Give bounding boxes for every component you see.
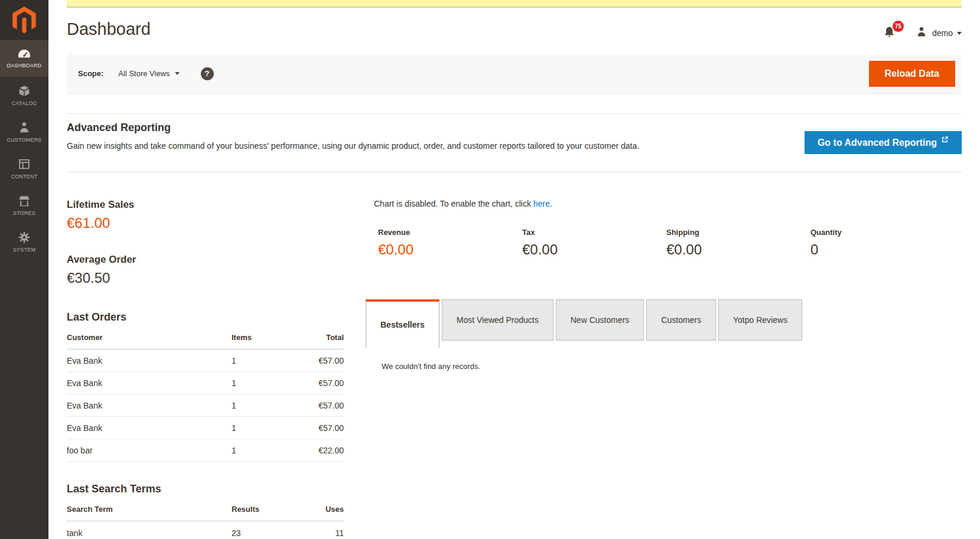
customers-icon (18, 121, 31, 134)
cell-total: €22.00 (318, 446, 344, 455)
shipping-value: €0.00 (666, 241, 810, 258)
content-icon (18, 158, 31, 171)
advanced-reporting-description: Gain new insights and take command of yo… (67, 141, 639, 151)
notifications-button[interactable]: 75 (883, 25, 896, 41)
tab-yotpo-reviews[interactable]: Yotpo Reviews (718, 299, 802, 341)
sidebar-item-catalog[interactable]: CATALOG (0, 77, 48, 113)
cell-total: €57.00 (318, 401, 344, 410)
average-order-value: €30.50 (67, 270, 344, 286)
advanced-reporting-section: Advanced Reporting Gain new insights and… (67, 114, 962, 154)
username: demo (932, 28, 953, 38)
sidebar-item-system[interactable]: SYSTEM (0, 223, 48, 260)
shipping-metric: Shipping €0.00 (666, 228, 810, 258)
cell-search-term: tank (67, 528, 232, 538)
advanced-reporting-text: Advanced Reporting Gain new insights and… (67, 122, 639, 151)
average-order-stat: Average Order €30.50 (67, 254, 344, 286)
cell-items: 1 (232, 446, 318, 455)
dashboard-left-column: Lifetime Sales €61.00 Average Order €30.… (67, 199, 344, 539)
column-header: Search Term (67, 505, 232, 514)
notification-banner (67, 0, 962, 8)
cell-results: 23 (232, 528, 335, 538)
cell-customer: Eva Bank (67, 401, 232, 410)
table-row[interactable]: tank 23 11 (67, 521, 344, 539)
table-row[interactable]: Eva Bank 1 €57.00 (67, 372, 344, 394)
chart-disabled-note: Chart is disabled. To enable the chart, … (366, 199, 962, 208)
store-view-switcher[interactable]: All Store Views (118, 69, 179, 78)
tab-most-viewed-products[interactable]: Most Viewed Products (442, 299, 554, 341)
last-search-terms-title: Last Search Terms (67, 483, 344, 495)
magento-admin-app: DASHBOARD CATALOG (0, 0, 980, 539)
lifetime-sales-stat: Lifetime Sales €61.00 (67, 199, 344, 231)
cell-items: 1 (232, 356, 318, 365)
scope-label: Scope: (78, 69, 103, 78)
lifetime-sales-value: €61.00 (67, 215, 344, 231)
tab-customers[interactable]: Customers (646, 299, 716, 341)
cell-uses: 11 (335, 528, 344, 538)
advanced-reporting-title: Advanced Reporting (67, 122, 639, 134)
table-row[interactable]: Eva Bank 1 €57.00 (67, 417, 344, 439)
user-icon (916, 26, 927, 40)
go-to-advanced-reporting-label: Go to Advanced Reporting (818, 138, 937, 148)
stores-icon (18, 194, 31, 207)
last-search-terms-table: Search Term Results Uses tank 23 11 (67, 505, 344, 539)
user-menu[interactable]: demo (916, 26, 962, 40)
cell-total: €57.00 (318, 356, 344, 365)
tax-label: Tax (522, 228, 666, 237)
empty-records-message: We couldn't find any records. (366, 362, 962, 371)
table-row[interactable]: Eva Bank 1 €57.00 (67, 349, 344, 372)
help-icon[interactable]: ? (201, 67, 214, 80)
dashboard-columns: Lifetime Sales €61.00 Average Order €30.… (67, 199, 962, 539)
tab-new-customers[interactable]: New Customers (556, 299, 644, 341)
column-header: Items (232, 333, 326, 342)
system-icon (18, 231, 31, 244)
magento-logo-icon (12, 6, 36, 34)
table-row[interactable]: Eva Bank 1 €57.00 (67, 394, 344, 417)
sidebar-item-content[interactable]: CONTENT (0, 150, 48, 187)
last-orders-title: Last Orders (67, 311, 344, 324)
sidebar-item-label: CONTENT (11, 174, 38, 179)
chart-disabled-text: Chart is disabled. To enable the chart, … (374, 199, 533, 208)
section-divider (67, 172, 962, 172)
table-row[interactable]: foo bar 1 €22.00 (67, 439, 344, 462)
sidebar-item-label: CUSTOMERS (6, 137, 41, 143)
last-orders-header: Customer Items Total (67, 333, 344, 349)
cell-customer: foo bar (67, 446, 232, 455)
sidebar: DASHBOARD CATALOG (0, 0, 48, 539)
scope-bar: Scope: All Store Views ? Reload Data (67, 54, 962, 94)
reload-data-button[interactable]: Reload Data (869, 61, 955, 87)
sidebar-item-label: SYSTEM (13, 247, 35, 253)
sidebar-item-label: STORES (13, 210, 35, 216)
cell-total: €57.00 (318, 378, 344, 388)
dashboard-right-column: Chart is disabled. To enable the chart, … (366, 199, 962, 539)
sidebar-item-customers[interactable]: CUSTOMERS (0, 113, 48, 150)
cell-items: 1 (232, 401, 318, 410)
bell-icon (883, 30, 896, 40)
cell-customer: Eva Bank (67, 356, 232, 365)
go-to-advanced-reporting-button[interactable]: Go to Advanced Reporting (805, 131, 962, 154)
tab-bestsellers[interactable]: Bestsellers (366, 299, 439, 348)
magento-logo[interactable] (0, 0, 48, 40)
cell-total: €57.00 (318, 423, 344, 433)
lifetime-sales-label: Lifetime Sales (67, 199, 344, 211)
revenue-label: Revenue (378, 228, 522, 237)
cell-items: 1 (232, 423, 318, 433)
column-header: Uses (325, 505, 344, 514)
cell-customer: Eva Bank (67, 423, 232, 433)
chart-disabled-suffix: . (550, 199, 552, 208)
column-header: Results (232, 505, 325, 514)
quantity-value: 0 (810, 241, 955, 258)
sidebar-item-dashboard[interactable]: DASHBOARD (0, 40, 48, 77)
last-search-terms-header: Search Term Results Uses (67, 505, 344, 521)
sidebar-nav: DASHBOARD CATALOG (0, 40, 48, 260)
sidebar-item-label: DASHBOARD (7, 63, 42, 68)
column-header: Customer (67, 333, 232, 342)
enable-chart-link[interactable]: here (533, 199, 550, 208)
shipping-label: Shipping (666, 228, 810, 237)
tax-value: €0.00 (522, 241, 666, 258)
header-actions: 75 demo (883, 25, 962, 41)
main-content: Dashboard 75 (48, 0, 980, 539)
notifications-badge: 75 (893, 21, 904, 32)
last-orders-table: Customer Items Total Eva Bank 1 €57.00 E… (67, 333, 344, 462)
sidebar-item-stores[interactable]: STORES (0, 187, 48, 223)
page-header: Dashboard 75 (67, 19, 962, 41)
